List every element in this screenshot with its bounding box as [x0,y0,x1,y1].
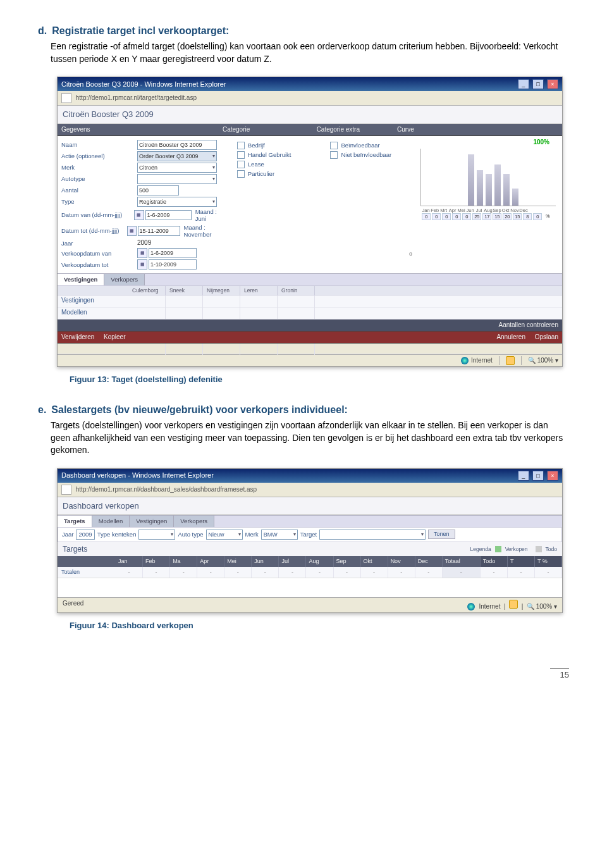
tab-vestigingen[interactable]: Vestigingen [130,516,174,526]
month-val-input[interactable]: 0 [452,213,461,220]
input-datum-tot[interactable]: 15-11-2009 [138,226,180,236]
grid-cell[interactable] [128,307,166,319]
tonen-button[interactable]: Tonen [428,530,455,539]
grid-cell[interactable] [240,295,278,307]
address-bar: http://demo1.rpmcar.nl/dashboard_sales/d… [58,483,562,497]
tab-vestigingen[interactable]: Vestigingen [58,274,104,285]
aantallen-controleren-link[interactable]: Aantallen controleren [498,321,558,329]
month-label: Jul [475,208,483,213]
grid-cell[interactable] [203,307,240,319]
zoom-control[interactable]: 🔍 100% ▾ [528,357,558,364]
close-button[interactable]: × [547,471,558,481]
maximize-button[interactable]: □ [532,79,544,89]
input-naam[interactable]: Citroën Booster Q3 2009 [137,140,217,150]
month-val-input[interactable]: 25 [472,213,481,220]
month-val-input[interactable]: 0 [462,213,471,220]
spacer-row [58,344,562,354]
input-verkoopdatum-tot[interactable]: 1-10-2009 [149,259,197,270]
cell: - [481,567,508,578]
bar [486,174,492,206]
annuleren-button[interactable]: Annuleren [496,333,525,340]
select-type-kenteken[interactable] [138,530,175,540]
select-autotype[interactable]: Nieuw [206,530,243,540]
calendar-icon[interactable]: ▦ [127,226,136,236]
month-val-input[interactable]: 17 [482,213,491,220]
page-icon [61,485,71,495]
col-t-pct: T % [535,556,562,567]
tab-verkopers[interactable]: Verkopers [104,274,145,285]
cell: - [388,567,415,578]
grid-cell[interactable] [240,307,278,319]
col-okt: Okt [361,556,388,567]
month-label: Dec [519,208,527,213]
grid-cell[interactable] [166,295,203,307]
form-area: NaamCitroën Booster Q3 2009 Actie (optio… [58,136,562,274]
subtitle-bar: Targets Legenda Verkopen Todo [58,542,562,556]
opslaan-button[interactable]: Opslaan [535,333,558,340]
month-val-input[interactable]: 8 [523,213,532,220]
subtitle-text: Targets [63,545,87,554]
grid-cell[interactable] [128,295,166,307]
month-val-input[interactable]: 0 [442,213,451,220]
input-aantal[interactable]: 500 [137,185,179,195]
input-verkoopdatum-van[interactable]: 1-6-2009 [149,248,197,258]
col-mei: Mei [224,556,252,567]
select-autotype[interactable] [137,174,217,184]
grid-cell[interactable] [278,307,315,319]
grid-cell[interactable] [278,295,315,307]
select-merk[interactable]: BMW [261,530,298,540]
verwijderen-button[interactable]: Verwijderen [61,333,94,340]
minimize-button[interactable]: _ [518,471,529,481]
month-val-input[interactable]: 0 [432,213,441,220]
checkbox[interactable] [330,142,338,149]
maximize-button[interactable]: □ [532,471,544,481]
grid-col-nijmegen: Nijmegen [203,286,240,295]
legend-label: Legenda [470,546,491,552]
grid-col-sneek: Sneek [166,286,203,295]
col-nov: Nov [388,556,415,567]
tab-targets[interactable]: Targets [58,516,92,526]
bar [503,174,510,206]
month-label: Jan [422,208,430,213]
month-val-input[interactable]: 15 [493,213,501,220]
col-aug: Aug [306,556,333,567]
checkbox[interactable] [330,151,338,159]
kopieer-button[interactable]: Kopieer [104,333,125,340]
checkbox[interactable] [237,161,245,168]
cell: - [143,567,170,578]
window-titlebar: Dashboard verkopen - Windows Internet Ex… [58,469,562,483]
month-val-input[interactable]: 20 [503,213,512,220]
label-type-kenteken: Type kenteken [97,531,137,538]
grid-cell[interactable] [203,295,240,307]
calendar-icon[interactable]: ▦ [137,259,147,270]
tab-verkopers[interactable]: Verkopers [174,516,214,526]
form-curve: 100% 0 Jan Feb Mrt Apr Me [407,136,562,274]
legend-swatch-verkopen [495,546,501,552]
col-apr: Apr [197,556,224,567]
select-merk[interactable]: Citroën [137,163,217,173]
select-type[interactable]: Registratie [137,197,217,207]
grid-cell[interactable] [166,307,203,319]
month-val-input[interactable]: 0 [533,213,542,220]
table-header-blank [58,556,116,567]
calendar-icon[interactable]: ▦ [134,210,144,220]
tab-modellen[interactable]: Modellen [92,516,130,526]
minimize-button[interactable]: _ [518,79,529,89]
calendar-icon[interactable]: ▦ [137,248,147,258]
window-titlebar: Citroën Booster Q3 2009 - Windows Intern… [58,77,562,91]
datum-van-maand: Maand : Juni [195,208,228,223]
zoom-control[interactable]: 🔍 100% ▾ [527,603,557,610]
input-datum-van[interactable]: 1-6-2009 [145,210,192,220]
checkbox[interactable] [237,151,245,159]
select-target[interactable] [319,530,426,540]
select-actie[interactable]: Order Booster Q3 2009 [137,151,217,161]
close-button[interactable]: × [547,79,558,89]
input-jaar[interactable]: 2009 [76,530,94,540]
month-val-input[interactable]: 15 [513,213,522,220]
month-label: Nov [510,208,518,213]
checkbox[interactable] [237,142,245,149]
grid-row-label: Vestigingen [58,295,128,307]
checkbox[interactable] [237,170,245,178]
legend-swatch-todo [536,546,542,552]
month-val-input[interactable]: 0 [422,213,431,220]
